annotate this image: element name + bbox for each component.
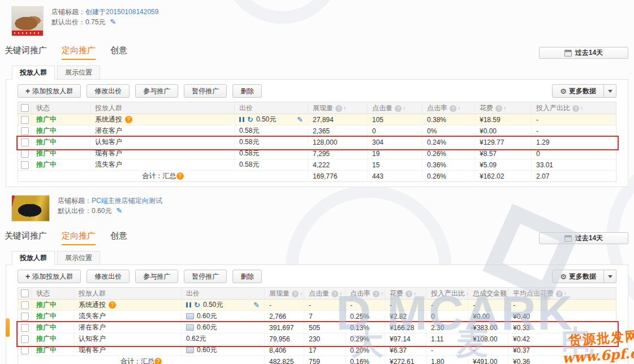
product-thumbnail[interactable] [11,6,44,36]
row-checkbox[interactable] [21,116,29,124]
bid-cell: 0.60元 [182,311,265,322]
toolbar-button-修改出价[interactable]: 修改出价 [87,84,130,98]
row-checkbox[interactable] [21,335,29,343]
sort-asc-icon[interactable]: ↑ [343,105,346,111]
pause-icon[interactable] [186,302,191,307]
sort-asc-icon[interactable]: ↑ [458,105,460,111]
column-header-点击率[interactable]: 点击率?↑ [346,288,385,300]
toolbar-button-删除[interactable]: 删除 [232,84,262,98]
column-header-花费[interactable]: 花费?↑ [475,102,532,114]
toolbar-button-添加投放人群[interactable]: +添加投放人群 [18,270,81,283]
help-icon[interactable]: ? [373,291,379,297]
subtab-展示位置[interactable]: 展示位置 [57,251,100,265]
column-label: 状态 [36,104,50,112]
help-icon[interactable]: ? [109,301,116,309]
more-data-dropdown-button[interactable] [604,84,616,98]
select-all-checkbox[interactable] [21,104,29,112]
more-data-group: ⚙更多数据 [552,270,616,283]
sort-asc-icon[interactable]: ↑ [381,291,383,297]
sort-asc-icon[interactable]: ↑ [580,105,583,111]
side-handle[interactable] [6,318,10,337]
more-data-dropdown-button[interactable] [604,270,616,283]
subtab-投放人群[interactable]: 投放人群 [12,66,55,80]
subtab-展示位置[interactable]: 展示位置 [57,66,100,80]
help-icon[interactable]: ? [556,291,563,297]
sort-asc-icon[interactable]: ↑ [339,291,342,297]
edit-bid-icon[interactable]: ✎ [297,115,303,124]
more-data-button[interactable]: ⚙更多数据 [552,84,604,98]
help-icon[interactable]: ? [154,358,162,364]
tab-创意[interactable]: 创意 [110,45,127,59]
column-header-花费[interactable]: 花费?↑ [385,288,426,300]
row-checkbox[interactable] [21,127,29,135]
date-range-button[interactable]: 过去14天 [539,47,628,59]
tab-创意[interactable]: 创意 [110,231,127,244]
edit-default-bid-icon[interactable]: ✎ [116,206,122,215]
shop-title-link[interactable]: PC端主推店铺定向测试 [92,197,162,205]
tab-关键词推广[interactable]: 关键词推广 [5,231,47,244]
row-checkbox[interactable] [21,138,29,146]
row-checkbox[interactable] [21,346,29,354]
row-checkbox[interactable] [21,313,29,320]
tab-定向推广[interactable]: 定向推广 [62,231,96,245]
column-header-展现量[interactable]: 展现量?↑ [308,102,368,114]
total-label: 合计：汇总 [120,357,154,364]
help-icon[interactable]: ? [406,291,412,297]
sort-asc-icon[interactable]: ↑ [503,105,506,111]
column-header-平均点击花费[interactable]: 平均点击花费?↑ [508,288,616,300]
row-checkbox[interactable] [21,301,29,309]
toolbar-button-参与推广[interactable]: 参与推广 [135,270,178,283]
toolbar-button-修改出价[interactable]: 修改出价 [87,270,130,283]
sort-asc-icon[interactable]: ↑ [300,291,303,297]
toolbar-button-参与推广[interactable]: 参与推广 [135,84,178,98]
bid-cell: 0.58元 [235,148,308,159]
toolbar-button-删除[interactable]: 删除 [232,270,262,283]
column-header-展现量[interactable]: 展现量?↑ [265,288,304,300]
date-range-button[interactable]: 过去14天 [539,232,628,244]
help-icon[interactable]: ? [495,105,502,112]
edit-bid-icon[interactable]: ✎ [253,301,260,309]
help-icon[interactable]: ? [395,105,402,112]
help-icon[interactable]: ? [176,172,184,180]
row-checkbox[interactable] [21,161,29,169]
product-thumbnail[interactable] [11,195,50,222]
tab-定向推广[interactable]: 定向推广 [62,45,96,60]
more-data-button[interactable]: ⚙更多数据 [552,270,604,283]
select-all-checkbox[interactable] [21,289,29,297]
help-icon[interactable]: ? [331,291,338,297]
column-header-点击率[interactable]: 点击率?↑ [422,102,475,114]
toolbar-button-暂停推广[interactable]: 暂停推广 [184,270,227,283]
help-icon[interactable]: ? [335,105,342,112]
subtab-投放人群[interactable]: 投放人群 [12,251,55,265]
sort-asc-icon[interactable]: ↑ [564,291,567,297]
toolbar-button-暂停推广[interactable]: 暂停推广 [184,84,227,98]
column-header-点击量[interactable]: 点击量?↑ [368,102,422,114]
sort-asc-icon[interactable]: ↑ [413,291,416,297]
help-icon[interactable]: ? [572,105,579,112]
column-header-投入产出比[interactable]: 投入产出比?↑ [532,102,616,114]
row-checkbox[interactable] [21,150,29,158]
column-label: 状态 [36,289,50,297]
column-header-总成交金额[interactable]: 总成交金额?↑ [468,288,508,300]
pause-icon[interactable] [239,117,244,122]
status-cell: 推广中 [32,125,90,137]
table-wrap: 状态投放人群出价展现量?↑点击量?↑点击率?↑花费?↑投入产出比?↑总成交金额?… [18,287,616,364]
tab-关键词推广[interactable]: 关键词推广 [5,45,47,59]
refresh-icon[interactable]: ↻ [247,117,253,123]
metric-cell: 2,766 [265,311,304,322]
column-header-点击量[interactable]: 点击量?↑ [304,288,346,300]
help-icon[interactable]: ? [450,105,456,112]
row-checkbox[interactable] [21,324,29,332]
shop-title-link[interactable]: 创建于20150108142059 [85,8,158,16]
metric-cell: ¥8.57 [475,148,532,159]
sort-asc-icon[interactable]: ↑ [403,105,406,111]
help-icon[interactable]: ? [125,116,132,123]
edit-default-bid-icon[interactable]: ✎ [110,18,116,26]
total-cell: 443 [368,171,422,182]
column-header-投入产出比[interactable]: 投入产出比?↑ [426,288,468,300]
toolbar-button-添加投放人群[interactable]: +添加投放人群 [18,84,81,98]
help-icon[interactable]: ? [292,291,299,297]
metric-cell: - [426,300,468,311]
refresh-icon[interactable]: ↻ [194,302,200,308]
checkbox-cell [18,345,32,356]
